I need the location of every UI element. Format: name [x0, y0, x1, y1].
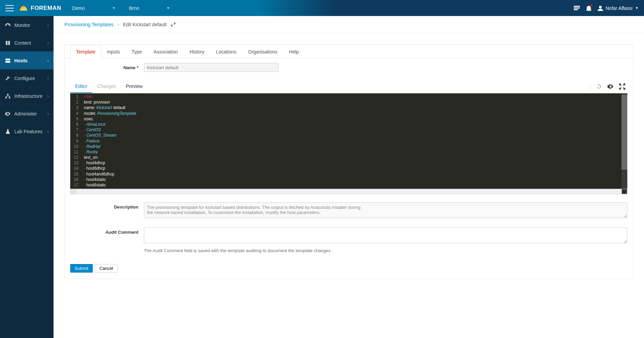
breadcrumb: Provisioning Templates › Edit Kickstart …	[54, 16, 644, 33]
chevron-right-icon: ›	[47, 23, 49, 28]
sidebar-item-content[interactable]: Content ›	[0, 34, 54, 51]
tab-association[interactable]: Association	[148, 45, 184, 58]
sidebar: Monitor › Content › Hosts › Configure › …	[0, 16, 54, 338]
description-row: Description	[65, 198, 633, 223]
svg-rect-3	[574, 7, 580, 9]
template-card: Template Inputs Type Association History…	[64, 44, 633, 279]
tab-locations[interactable]: Locations	[210, 45, 242, 58]
chevron-right-icon: ›	[118, 22, 119, 27]
sidebar-item-monitor[interactable]: Monitor ›	[0, 16, 54, 34]
sidebar-item-configure[interactable]: Configure ›	[0, 69, 54, 87]
svg-rect-1	[23, 5, 25, 8]
scroll-right-arrow[interactable]	[621, 189, 627, 194]
sidebar-item-label: Hosts	[14, 58, 28, 63]
brand-text: FOREMAN	[31, 5, 61, 12]
hardhat-icon	[19, 4, 28, 12]
chevron-right-icon: ›	[47, 41, 49, 45]
sidebar-item-label: Lab Features	[14, 129, 43, 134]
svg-rect-6	[5, 59, 10, 60]
gauge-icon	[5, 22, 11, 28]
sidebar-item-administer[interactable]: Administer ›	[0, 105, 54, 122]
tasks-icon[interactable]	[574, 6, 580, 11]
svg-point-5	[599, 6, 602, 9]
undo-icon[interactable]	[596, 83, 602, 90]
audit-textarea[interactable]	[144, 228, 627, 243]
svg-rect-0	[20, 10, 28, 11]
tab-template[interactable]: Template	[70, 45, 101, 58]
svg-rect-4	[574, 9, 578, 10]
caret-down-icon: ▼	[635, 6, 639, 10]
description-textarea[interactable]	[144, 202, 627, 218]
user-name: Nofar Alfassi	[606, 5, 633, 11]
editor-tab-changes[interactable]: Changes	[92, 80, 121, 93]
svg-rect-7	[5, 61, 10, 63]
editor-tab-preview[interactable]: Preview	[121, 80, 148, 93]
tab-help[interactable]: Help	[283, 45, 305, 58]
main-tabs: Template Inputs Type Association History…	[65, 45, 633, 58]
submit-button[interactable]: Submit	[70, 264, 93, 273]
cancel-button[interactable]: Cancel	[95, 264, 117, 273]
editor-tabs: Editor Changes Preview	[70, 80, 627, 93]
sidebar-item-hosts[interactable]: Hosts ›	[0, 51, 54, 69]
notification-dot	[590, 4, 593, 7]
fullscreen-icon[interactable]	[619, 83, 625, 90]
tab-inputs[interactable]: Inputs	[101, 45, 126, 58]
org-label: Demo	[72, 5, 85, 11]
gear-icon[interactable]	[608, 83, 614, 90]
book-icon	[5, 40, 11, 46]
menu-toggle[interactable]	[5, 5, 14, 11]
sidebar-item-lab-features[interactable]: Lab Features ›	[0, 122, 54, 140]
sidebar-item-label: Content	[14, 40, 31, 46]
form-actions: Submit Cancel	[65, 258, 633, 279]
bell-icon[interactable]	[586, 5, 591, 11]
sitemap-icon	[5, 93, 11, 99]
main-content: Provisioning Templates › Edit Kickstart …	[54, 16, 644, 338]
chevron-right-icon: ›	[47, 76, 49, 81]
svg-rect-8	[7, 94, 9, 95]
tab-organisations[interactable]: Organisations	[242, 45, 283, 58]
wrench-icon	[5, 76, 11, 81]
svg-rect-9	[5, 97, 7, 98]
sidebar-item-label: Administer	[14, 111, 37, 117]
breadcrumb-parent-link[interactable]: Provisioning Templates	[64, 22, 114, 27]
name-input[interactable]	[144, 63, 279, 72]
divider	[590, 83, 590, 90]
svg-rect-10	[9, 97, 10, 98]
audit-label: Audit Comment	[70, 228, 138, 235]
swap-icon[interactable]	[170, 22, 176, 27]
chevron-right-icon: ›	[47, 94, 49, 98]
caret-down-icon: ▼	[112, 6, 116, 10]
gear-icon	[5, 111, 11, 117]
description-label: Description	[70, 202, 138, 210]
flask-icon	[5, 129, 11, 134]
sidebar-item-infrastructure[interactable]: Infrastructure ›	[0, 87, 54, 105]
org-dropdown[interactable]: Demo ▼	[69, 5, 118, 11]
line-gutter: 1234567891011121314151617181920212223242…	[70, 93, 81, 189]
tab-history[interactable]: History	[184, 45, 210, 58]
sidebar-item-label: Monitor	[14, 22, 30, 28]
breadcrumb-current: Edit Kickstart default	[123, 22, 167, 27]
chevron-right-icon: ›	[47, 111, 49, 116]
tab-type[interactable]: Type	[126, 45, 148, 58]
audit-help-text: The Audit Comment field is saved with th…	[144, 248, 331, 253]
name-label: Name *	[70, 65, 138, 70]
code-content[interactable]: <%#kind: provisionname: Kickstart defaul…	[81, 93, 621, 189]
name-row: Name *	[65, 58, 633, 77]
brand-logo[interactable]: FOREMAN	[19, 4, 61, 12]
sidebar-item-label: Configure	[14, 76, 35, 81]
location-dropdown[interactable]: Brno ▼	[126, 5, 173, 11]
user-icon	[598, 5, 603, 11]
chevron-right-icon: ›	[47, 129, 49, 134]
audit-row: Audit Comment	[65, 223, 633, 248]
editor-tab-editor[interactable]: Editor	[70, 80, 92, 93]
vertical-scrollbar[interactable]	[621, 93, 627, 189]
caret-down-icon: ▼	[166, 6, 170, 10]
sidebar-item-label: Infrastructure	[14, 93, 42, 99]
code-editor[interactable]: 1234567891011121314151617181920212223242…	[70, 93, 627, 189]
scroll-left-arrow[interactable]	[71, 189, 76, 194]
location-label: Brno	[129, 5, 139, 11]
server-icon	[5, 58, 11, 63]
user-menu[interactable]: Nofar Alfassi ▼	[598, 5, 639, 11]
horizontal-scrollbar[interactable]	[70, 189, 627, 194]
topbar: FOREMAN Demo ▼ Brno ▼ Nofar Alfassi ▼	[0, 0, 644, 16]
